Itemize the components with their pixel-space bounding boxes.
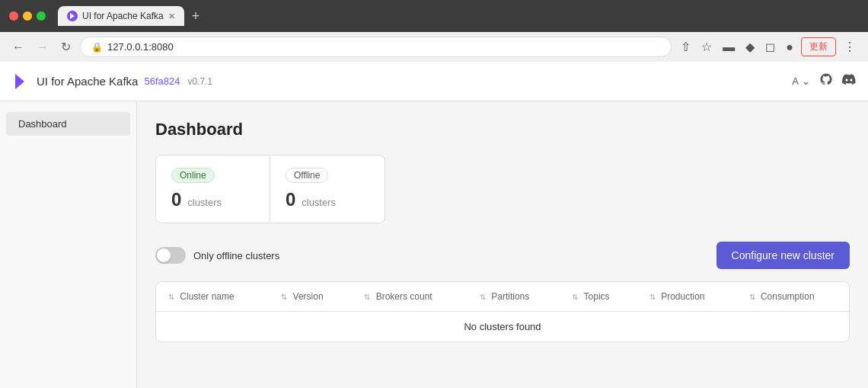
page-title: Dashboard: [155, 120, 850, 139]
col-version[interactable]: ⇅ Version: [269, 282, 352, 312]
online-stat-card: Online 0 clusters: [156, 156, 270, 223]
tab-bar: UI for Apache Kafka ✕ +: [58, 6, 859, 26]
sort-icon: ⇅: [749, 293, 755, 301]
tab-close-icon[interactable]: ✕: [168, 11, 175, 21]
extensions-icon[interactable]: ◆: [742, 37, 758, 57]
offline-count: 0: [286, 189, 295, 210]
address-bar[interactable]: 🔒 127.0.0.1:8080: [80, 37, 672, 57]
stats-row: Online 0 clusters Offline 0 clusters: [155, 155, 385, 223]
table-body: No clusters found: [156, 312, 849, 342]
toggle-label: Only offline clusters: [193, 250, 279, 261]
refresh-button[interactable]: ↻: [58, 37, 74, 57]
lock-icon: 🔒: [91, 42, 103, 53]
online-count: 0: [171, 189, 181, 210]
table-header: ⇅ Cluster name ⇅ Version ⇅ Brokers count: [156, 282, 849, 312]
sort-icon: ⇅: [364, 293, 370, 301]
bookmark-icon[interactable]: ☆: [698, 37, 715, 57]
offline-badge: Offline: [286, 168, 328, 183]
sort-icon: ⇅: [281, 293, 287, 301]
profile-icon[interactable]: ●: [783, 37, 796, 57]
share-icon[interactable]: ⇧: [678, 37, 694, 57]
col-cluster-name[interactable]: ⇅ Cluster name: [156, 282, 269, 312]
maximize-button[interactable]: [37, 11, 46, 21]
filter-row: Only offline clusters Configure new clus…: [155, 242, 850, 269]
svg-marker-0: [70, 13, 75, 19]
offline-toggle[interactable]: [155, 247, 186, 264]
user-menu-button[interactable]: A ⌄: [792, 75, 810, 87]
menu-icon[interactable]: ⋮: [841, 37, 859, 57]
close-button[interactable]: [9, 11, 18, 21]
sort-icon: ⇅: [572, 293, 578, 301]
tab-title: UI for Apache Kafka: [82, 11, 164, 21]
address-text: 127.0.0.1:8080: [107, 41, 174, 53]
forward-button[interactable]: →: [34, 37, 52, 57]
sidebar: Dashboard: [0, 101, 137, 388]
extension-icon[interactable]: ▬: [720, 37, 738, 57]
app-logo-icon: [12, 72, 30, 91]
app-header-left: UI for Apache Kafka 56fa824 v0.7.1: [12, 72, 212, 91]
main-content: Dashboard Online 0 clusters Offline 0 cl…: [137, 101, 868, 388]
sort-icon: ⇅: [168, 293, 174, 301]
col-production[interactable]: ⇅ Production: [637, 282, 737, 312]
svg-marker-1: [15, 74, 24, 89]
clusters-table-container: ⇅ Cluster name ⇅ Version ⇅ Brokers count: [155, 281, 850, 342]
col-partitions[interactable]: ⇅ Partitions: [468, 282, 560, 312]
offline-suffix: clusters: [302, 197, 336, 208]
configure-cluster-button[interactable]: Configure new cluster: [716, 242, 850, 269]
clusters-table: ⇅ Cluster name ⇅ Version ⇅ Brokers count: [156, 282, 849, 342]
new-tab-button[interactable]: +: [187, 7, 205, 26]
app-header: UI for Apache Kafka 56fa824 v0.7.1 A ⌄: [0, 62, 868, 101]
active-tab[interactable]: UI for Apache Kafka ✕: [58, 6, 184, 26]
offline-stat-card: Offline 0 clusters: [270, 156, 385, 223]
update-button[interactable]: 更新: [801, 37, 836, 56]
empty-row: No clusters found: [156, 312, 849, 342]
browser-actions: ⇧ ☆ ▬ ◆ ◻ ● 更新 ⋮: [678, 37, 859, 57]
online-suffix: clusters: [187, 197, 222, 208]
sort-icon: ⇅: [480, 293, 486, 301]
app-title: UI for Apache Kafka: [37, 75, 138, 88]
app-version-number: v0.7.1: [187, 76, 212, 87]
app-version-hash[interactable]: 56fa824: [144, 75, 180, 87]
empty-message: No clusters found: [156, 312, 849, 342]
window-controls[interactable]: [9, 11, 46, 21]
toggle-container: Only offline clusters: [155, 247, 279, 264]
discord-button[interactable]: [842, 72, 856, 90]
window-icon[interactable]: ◻: [762, 37, 778, 57]
col-brokers-count[interactable]: ⇅ Brokers count: [352, 282, 468, 312]
toggle-knob: [157, 249, 171, 262]
tab-favicon: [67, 11, 78, 21]
github-button[interactable]: [819, 72, 833, 90]
online-badge: Online: [171, 168, 215, 183]
minimize-button[interactable]: [23, 11, 32, 21]
app-container: Dashboard Dashboard Online 0 clusters Of…: [0, 101, 868, 388]
browser-toolbar: ← → ↻ 🔒 127.0.0.1:8080 ⇧ ☆ ▬ ◆ ◻ ● 更新 ⋮: [0, 32, 868, 62]
sidebar-item-dashboard[interactable]: Dashboard: [6, 112, 130, 136]
app-header-right: A ⌄: [792, 72, 856, 90]
user-icon: A: [792, 75, 799, 87]
sort-icon: ⇅: [649, 293, 656, 301]
col-topics[interactable]: ⇅ Topics: [560, 282, 637, 312]
chevron-down-icon: ⌄: [802, 75, 810, 87]
back-button[interactable]: ←: [9, 37, 27, 57]
col-consumption[interactable]: ⇅ Consumption: [737, 282, 849, 312]
